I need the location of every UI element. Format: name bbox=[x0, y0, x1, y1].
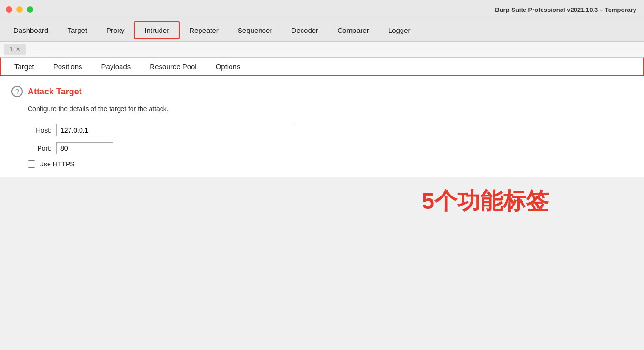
close-button[interactable] bbox=[6, 6, 12, 13]
nav-item-comparer[interactable]: Comparer bbox=[328, 22, 379, 38]
nav-item-logger[interactable]: Logger bbox=[379, 22, 420, 38]
sub-tab-positions[interactable]: Positions bbox=[44, 59, 92, 74]
https-label: Use HTTPS bbox=[39, 160, 75, 168]
sub-tab-target[interactable]: Target bbox=[5, 59, 44, 74]
nav-item-target[interactable]: Target bbox=[58, 22, 97, 38]
host-row: Host: bbox=[28, 124, 633, 136]
nav-item-intruder[interactable]: Intruder bbox=[134, 21, 180, 39]
content-area: ? Attack Target Configure the details of… bbox=[0, 76, 644, 177]
https-row: Use HTTPS bbox=[28, 160, 633, 168]
tab-1-close[interactable]: ✕ bbox=[16, 46, 20, 52]
section-header: ? Attack Target bbox=[11, 86, 633, 97]
section-desc: Configure the details of the target for … bbox=[28, 105, 633, 113]
host-input[interactable] bbox=[56, 124, 294, 136]
nav-item-dashboard[interactable]: Dashboard bbox=[4, 22, 58, 38]
host-label: Host: bbox=[28, 126, 51, 134]
sub-tab-resource-pool[interactable]: Resource Pool bbox=[140, 59, 206, 74]
title-bar: Burp Suite Professional v2021.10.3 – Tem… bbox=[0, 0, 644, 19]
minimize-button[interactable] bbox=[16, 6, 23, 13]
nav-item-repeater[interactable]: Repeater bbox=[180, 22, 228, 38]
tab-more[interactable]: ... bbox=[28, 44, 42, 55]
sub-tabs: Target Positions Payloads Resource Pool … bbox=[0, 57, 644, 76]
sub-tab-options[interactable]: Options bbox=[206, 59, 250, 74]
tab-bar: 1 ✕ ... bbox=[0, 42, 644, 57]
help-icon[interactable]: ? bbox=[11, 86, 23, 97]
annotation-text: 5个功能标签 bbox=[422, 186, 549, 216]
use-https-checkbox[interactable] bbox=[28, 160, 35, 168]
maximize-button[interactable] bbox=[27, 6, 33, 13]
sub-tab-payloads[interactable]: Payloads bbox=[92, 59, 141, 74]
section-title: Attack Target bbox=[28, 87, 82, 97]
window-controls bbox=[6, 6, 33, 13]
port-label: Port: bbox=[28, 144, 51, 152]
tab-1-label: 1 bbox=[10, 46, 13, 53]
port-row: Port: bbox=[28, 142, 633, 154]
port-input[interactable] bbox=[56, 142, 113, 154]
tab-1[interactable]: 1 ✕ bbox=[4, 44, 26, 55]
nav-item-proxy[interactable]: Proxy bbox=[97, 22, 134, 38]
nav-item-sequencer[interactable]: Sequencer bbox=[228, 22, 282, 38]
window-title: Burp Suite Professional v2021.10.3 – Tem… bbox=[495, 6, 636, 13]
nav-item-decoder[interactable]: Decoder bbox=[282, 22, 328, 38]
main-nav: Dashboard Target Proxy Intruder Repeater… bbox=[0, 19, 644, 42]
